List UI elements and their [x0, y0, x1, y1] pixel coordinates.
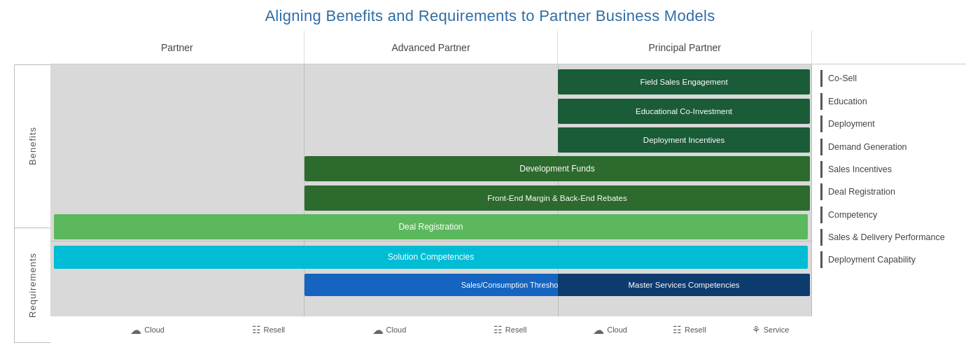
grid-icon-1: ☷ — [252, 324, 261, 335]
right-label-education: Education — [820, 90, 966, 113]
grid-icon-2: ☷ — [493, 324, 503, 335]
right-label-sales-delivery: Sales & Delivery Performance — [820, 226, 966, 248]
label-education: Education — [828, 97, 867, 106]
partner-cloud: ☁ Cloud — [130, 323, 164, 337]
header-advanced: Advanced Partner — [304, 31, 559, 64]
bottom-row: ☁ Cloud ☷ Resell ☁ Cloud ☷ — [50, 316, 966, 343]
full-grid: Field Sales Engagement Educational Co-In… — [50, 64, 812, 316]
right-label-competency: Competency — [820, 204, 966, 226]
advanced-icons: ☁ Cloud ☷ Resell — [328, 316, 570, 343]
bar-frontend: Front-End Margin & Back-End Rebates — [304, 186, 810, 211]
label-deploy-cap: Deployment Capability — [828, 255, 916, 265]
label-deployment: Deployment — [828, 119, 875, 129]
benefits-label-wrap: Benefits — [14, 64, 50, 228]
principal-service: ⚘ Service — [752, 324, 790, 335]
right-label-demand: Demand Generation — [820, 135, 966, 158]
bar-dev-funds: Development Funds — [304, 156, 810, 181]
cloud-icon-2: ☁ — [372, 323, 384, 337]
service-icon: ⚘ — [752, 324, 761, 335]
bottom-right-spacer — [812, 316, 966, 343]
deployment-bar — [820, 115, 822, 132]
label-column: Benefits Requirements — [14, 31, 50, 343]
principal-icons: ☁ Cloud ☷ Resell ⚘ Service — [570, 316, 812, 343]
right-labels-area: Co-Sell Education Deployment Demand Gene… — [812, 64, 966, 316]
grid-icon-3: ☷ — [673, 324, 682, 335]
header-right-spacer — [812, 31, 966, 64]
demand-bar — [820, 139, 822, 155]
main-container: Aligning Benefits and Requirements to Pa… — [0, 0, 980, 350]
requirements-label: Requirements — [27, 253, 38, 318]
grid-right-area: Partner Advanced Partner Principal Partn… — [50, 31, 966, 343]
benefits-label: Benefits — [27, 127, 38, 165]
advanced-cloud: ☁ Cloud — [372, 323, 407, 337]
partner-icons: ☁ Cloud ☷ Resell — [87, 316, 328, 343]
label-deal-reg: Deal Registration — [828, 187, 895, 197]
label-sales-delivery: Sales & Delivery Performance — [828, 232, 945, 242]
right-label-deal-reg: Deal Registration — [820, 181, 966, 203]
label-demand: Demand Generation — [828, 142, 907, 152]
sales-delivery-bar — [820, 229, 822, 246]
label-sales-inc: Sales Incentives — [828, 164, 892, 174]
right-label-cosell: Co-Sell — [820, 67, 966, 90]
label-cosell: Co-Sell — [828, 74, 857, 83]
deal-reg-bar — [820, 183, 822, 200]
right-label-deployment: Deployment — [820, 113, 966, 135]
cosell-bar — [820, 70, 822, 87]
page-title: Aligning Benefits and Requirements to Pa… — [14, 7, 966, 25]
education-bar — [820, 93, 822, 110]
sales-inc-bar — [820, 161, 822, 178]
header-principal: Principal Partner — [558, 31, 812, 64]
main-layout: Benefits Requirements Partner Advanced P… — [14, 31, 966, 343]
bar-educational: Educational Co-Investment — [558, 99, 811, 124]
right-label-deploy-cap: Deployment Capability — [820, 248, 966, 271]
partner-resell: ☷ Resell — [252, 324, 286, 335]
bar-field-sales: Field Sales Engagement — [558, 69, 811, 94]
advanced-resell: ☷ Resell — [493, 324, 527, 335]
cloud-icon-3: ☁ — [593, 323, 604, 337]
horiz-divider — [50, 241, 811, 241]
principal-cloud: ☁ Cloud — [593, 323, 627, 337]
header-row: Partner Advanced Partner Principal Partn… — [50, 31, 966, 64]
bar-solution: Solution Competencies — [54, 246, 807, 268]
competency-bar — [820, 206, 822, 223]
requirements-label-wrap: Requirements — [14, 228, 50, 343]
principal-resell: ☷ Resell — [673, 324, 706, 335]
label-competency: Competency — [828, 210, 877, 220]
content-right: Field Sales Engagement Educational Co-In… — [50, 64, 966, 316]
bar-deal-reg: Deal Registration — [54, 214, 807, 239]
bar-deployment: Deployment Incentives — [558, 127, 811, 153]
cloud-icon-1: ☁ — [130, 323, 141, 337]
header-partner: Partner — [50, 31, 304, 64]
bar-master: Master Services Competencies — [558, 274, 811, 296]
right-label-sales-inc: Sales Incentives — [820, 158, 966, 181]
deploy-cap-bar — [820, 251, 822, 268]
